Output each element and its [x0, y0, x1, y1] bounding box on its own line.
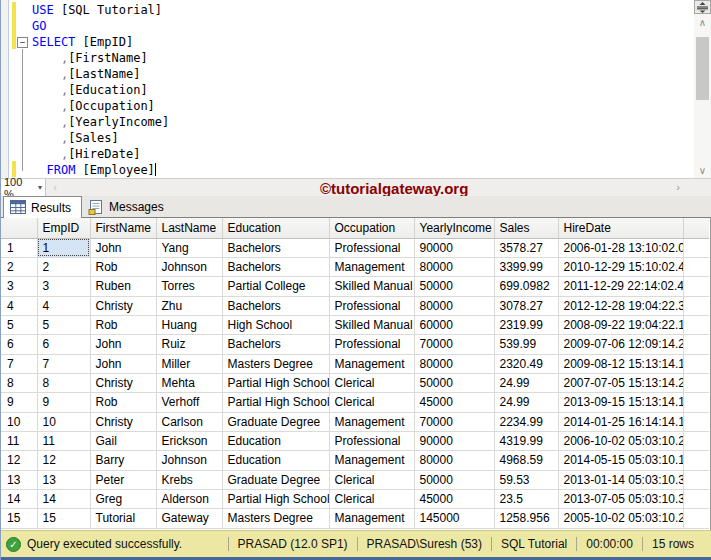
- grid-cell[interactable]: John: [90, 335, 156, 354]
- column-header[interactable]: LastName: [156, 218, 222, 238]
- grid-cell[interactable]: 2013-07-05 05:03:10.333: [558, 489, 683, 508]
- grid-cell[interactable]: Christy: [90, 373, 156, 392]
- row-header[interactable]: 14: [1, 489, 37, 508]
- row-header[interactable]: 4: [1, 296, 37, 315]
- grid-cell[interactable]: Zhu: [156, 296, 222, 315]
- grid-cell[interactable]: 2: [37, 257, 90, 276]
- grid-cell[interactable]: 2014-01-25 16:14:14.110: [558, 412, 683, 431]
- grid-cell[interactable]: Verhoff: [156, 393, 222, 412]
- grid-cell[interactable]: Clerical: [329, 393, 414, 412]
- grid-cell[interactable]: Torres: [156, 277, 222, 296]
- grid-cell[interactable]: Gail: [90, 431, 156, 450]
- grid-cell[interactable]: Christy: [90, 412, 156, 431]
- row-header[interactable]: 2: [1, 257, 37, 276]
- grid-cell[interactable]: Huang: [156, 315, 222, 334]
- grid-cell[interactable]: 699.0982: [494, 277, 558, 296]
- grid-cell[interactable]: 3: [37, 277, 90, 296]
- grid-cell[interactable]: Tutorial: [90, 509, 156, 528]
- grid-cell[interactable]: Masters Degree: [222, 354, 329, 373]
- row-header[interactable]: 11: [1, 431, 37, 450]
- grid-cell[interactable]: 90000: [414, 431, 494, 450]
- grid-cell[interactable]: Johnson: [156, 451, 222, 470]
- grid-cell[interactable]: 2006-01-28 13:10:02.047: [558, 238, 683, 257]
- grid-cell[interactable]: 80000: [414, 257, 494, 276]
- grid-cell[interactable]: Partial High School: [222, 373, 329, 392]
- code-line[interactable]: FROM [Employee]: [32, 162, 169, 178]
- sql-editor[interactable]: − USE [SQL Tutorial]GOSELECT [EmpID] ,[F…: [1, 0, 711, 178]
- grid-cell[interactable]: 2005-10-02 05:03:10.223: [558, 509, 683, 528]
- grid-cell[interactable]: 2009-07-06 12:09:14.237: [558, 335, 683, 354]
- grid-cell[interactable]: John: [90, 238, 156, 257]
- grid-cell[interactable]: Clerical: [329, 373, 414, 392]
- row-header[interactable]: 10: [1, 412, 37, 431]
- row-header[interactable]: 6: [1, 335, 37, 354]
- grid-cell[interactable]: Management: [329, 412, 414, 431]
- grid-cell[interactable]: Gateway: [156, 509, 222, 528]
- row-header[interactable]: 15: [1, 509, 37, 528]
- grid-cell[interactable]: Ruiz: [156, 335, 222, 354]
- grid-cell[interactable]: 2010-12-29 15:10:02.407: [558, 257, 683, 276]
- tab-results[interactable]: Results: [3, 196, 82, 218]
- grid-cell[interactable]: Professional: [329, 431, 414, 450]
- grid-cell[interactable]: 4968.59: [494, 451, 558, 470]
- grid-cell[interactable]: Alderson: [156, 489, 222, 508]
- row-header[interactable]: 13: [1, 470, 37, 489]
- grid-cell[interactable]: Management: [329, 509, 414, 528]
- grid-cell[interactable]: Greg: [90, 489, 156, 508]
- scrollbar-thumb[interactable]: [696, 37, 709, 100]
- editor-horizontal-scrollbar[interactable]: ©tutorialgateway.org: [46, 179, 711, 196]
- code-line[interactable]: ,[Sales]: [32, 130, 169, 146]
- grid-cell[interactable]: 2320.49: [494, 354, 558, 373]
- grid-cell[interactable]: 60000: [414, 315, 494, 334]
- grid-cell[interactable]: Management: [329, 354, 414, 373]
- grid-cell[interactable]: Bachelors: [222, 238, 329, 257]
- grid-cell[interactable]: 8: [37, 373, 90, 392]
- grid-cell[interactable]: 59.53: [494, 470, 558, 489]
- grid-cell[interactable]: 2009-08-12 15:13:14.113: [558, 354, 683, 373]
- grid-cell[interactable]: 50000: [414, 373, 494, 392]
- scroll-right-icon[interactable]: [671, 179, 685, 196]
- row-header[interactable]: 3: [1, 277, 37, 296]
- grid-cell[interactable]: Partial College: [222, 277, 329, 296]
- code-line[interactable]: USE [SQL Tutorial]: [32, 2, 169, 18]
- selected-grid-cell[interactable]: 1: [37, 238, 90, 257]
- grid-cell[interactable]: Education: [222, 431, 329, 450]
- grid-cell[interactable]: 2234.99: [494, 412, 558, 431]
- code-line[interactable]: ,[HireDate]: [32, 146, 169, 162]
- column-header[interactable]: Occupation: [329, 218, 414, 238]
- grid-cell[interactable]: 24.99: [494, 393, 558, 412]
- row-header[interactable]: 12: [1, 451, 37, 470]
- grid-cell[interactable]: 7: [37, 354, 90, 373]
- grid-cell[interactable]: Management: [329, 257, 414, 276]
- row-header[interactable]: 9: [1, 393, 37, 412]
- grid-cell[interactable]: Clerical: [329, 489, 414, 508]
- grid-corner-cell[interactable]: [1, 218, 37, 238]
- grid-cell[interactable]: 10: [37, 412, 90, 431]
- grid-cell[interactable]: Bachelors: [222, 335, 329, 354]
- row-header[interactable]: 8: [1, 373, 37, 392]
- grid-cell[interactable]: 2013-09-15 15:13:14.137: [558, 393, 683, 412]
- grid-cell[interactable]: Management: [329, 451, 414, 470]
- code-line[interactable]: ,[FirstName]: [32, 50, 169, 66]
- grid-cell[interactable]: 1258.956: [494, 509, 558, 528]
- grid-cell[interactable]: Bachelors: [222, 296, 329, 315]
- column-header[interactable]: HireDate: [558, 218, 683, 238]
- grid-cell[interactable]: 23.5: [494, 489, 558, 508]
- grid-cell[interactable]: Partial High School: [222, 393, 329, 412]
- code-line[interactable]: ,[LastName]: [32, 66, 169, 82]
- grid-cell[interactable]: Rob: [90, 393, 156, 412]
- column-header[interactable]: Sales: [494, 218, 558, 238]
- grid-cell[interactable]: Erickson: [156, 431, 222, 450]
- code-line[interactable]: ,[YearlyIncome]: [32, 114, 169, 130]
- grid-cell[interactable]: Carlson: [156, 412, 222, 431]
- grid-cell[interactable]: Barry: [90, 451, 156, 470]
- grid-cell[interactable]: Rob: [90, 257, 156, 276]
- code-line[interactable]: ,[Education]: [32, 82, 169, 98]
- column-header[interactable]: YearlyIncome: [414, 218, 494, 238]
- grid-cell[interactable]: 50000: [414, 470, 494, 489]
- grid-cell[interactable]: Ruben: [90, 277, 156, 296]
- grid-cell[interactable]: 2007-07-05 15:13:14.290: [558, 373, 683, 392]
- grid-cell[interactable]: 13: [37, 470, 90, 489]
- grid-cell[interactable]: Skilled Manual: [329, 277, 414, 296]
- grid-cell[interactable]: 3399.99: [494, 257, 558, 276]
